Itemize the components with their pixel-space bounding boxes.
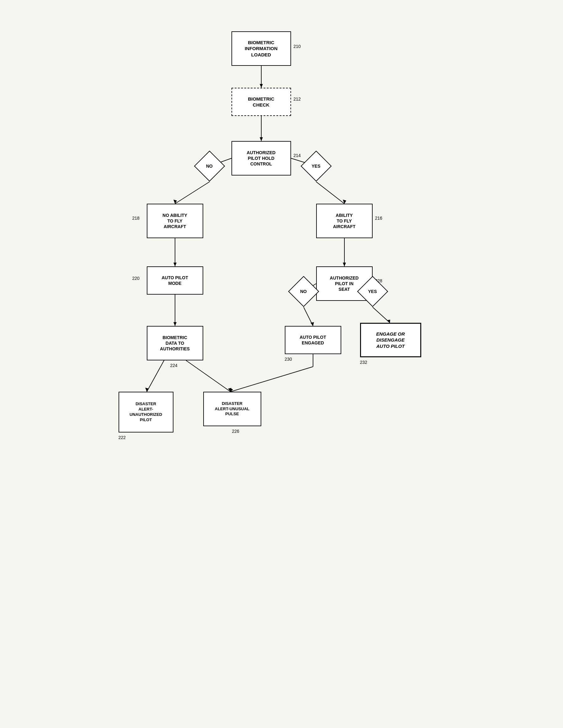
ref-214: 214 [294,153,301,158]
biometric-data-node: BIOMETRICDATA TOAUTHORITIES [147,326,203,360]
svg-line-8 [175,182,209,204]
ref-224: 224 [170,363,177,368]
svg-marker-15 [173,322,176,326]
yes-diamond-right: YES [301,150,332,182]
ref-218: 218 [132,216,139,221]
no-diamond-2: NO [288,276,319,307]
svg-marker-3 [260,137,263,141]
svg-line-31 [230,367,313,392]
svg-line-24 [373,307,390,323]
no-ability-node: NO ABILITYTO FLYAIRCRAFT [147,204,203,238]
ref-216: 216 [375,216,382,221]
ref-230: 230 [285,357,292,362]
no-diamond-left: NO [194,150,225,182]
flowchart-diagram: BIOMETRIC INFORMATION LOADED 210 BIOMETR… [109,13,454,702]
svg-marker-17 [343,263,346,266]
svg-line-28 [186,360,230,392]
ref-210: 210 [294,44,301,49]
disaster-unauthorized-node: DISASTERALERT-UNAUTHORIZEDPILOT [118,392,173,432]
svg-line-26 [147,360,164,392]
ref-226: 226 [232,429,239,434]
auto-pilot-engaged-node: AUTO PILOTENGAGED [285,326,341,354]
biometric-check-node: BIOMETRICCHECK [231,88,291,116]
svg-marker-1 [260,84,263,88]
svg-marker-11 [343,200,346,204]
engage-disengage-node: ENGAGE ORDISENGAGEAUTO PILOT [360,323,421,357]
disaster-unusual-node: DISASTERALERT-UNUSUALPULSE [203,392,261,426]
svg-marker-25 [387,320,390,323]
auto-pilot-mode-node: AUTO PILOTMODE [147,266,203,295]
svg-marker-23 [311,322,314,326]
svg-marker-29 [228,388,231,392]
svg-marker-13 [173,263,176,266]
ref-212: 212 [294,97,301,102]
biometric-info-node: BIOMETRIC INFORMATION LOADED [231,31,291,66]
svg-marker-9 [173,200,177,204]
svg-line-10 [316,182,345,204]
authorized-pilot-node: AUTHORIZEDPILOT HOLDCONTROL [231,141,291,175]
svg-marker-32 [230,388,233,392]
ability-fly-node: ABILITYTO FLYAIRCRAFT [316,204,373,238]
svg-line-22 [304,307,313,326]
ref-222: 222 [118,435,126,440]
svg-marker-27 [145,388,149,392]
ref-220: 220 [132,276,139,281]
yes-diamond-2: YES [357,276,388,307]
ref-232: 232 [360,360,367,365]
